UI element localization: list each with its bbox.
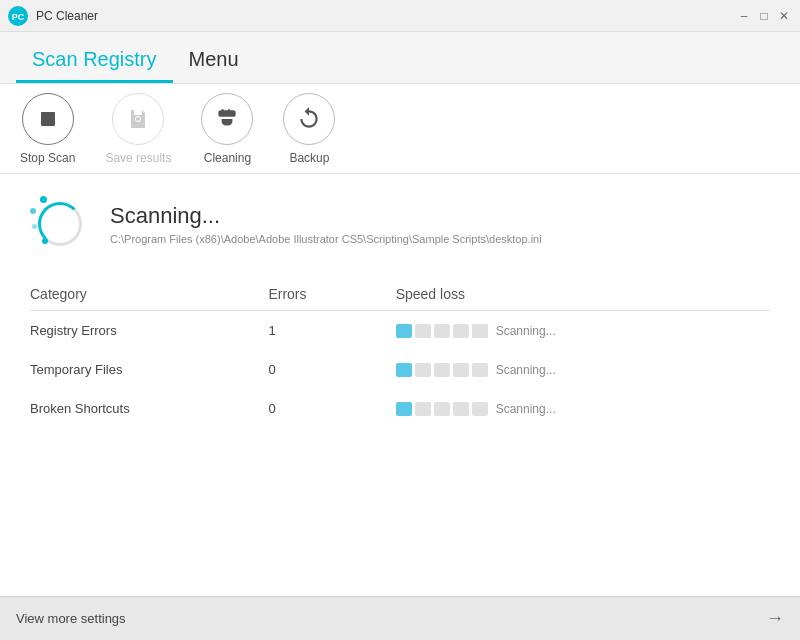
titlebar: PC PC Cleaner – □ ✕ (0, 0, 800, 32)
dot3 (32, 224, 37, 229)
speed-bar: Scanning... (396, 363, 770, 377)
scanning-indicator: Scanning... (496, 402, 556, 416)
table-row: Temporary Files0Scanning... (30, 350, 770, 389)
speed-bar: Scanning... (396, 324, 770, 338)
speed-cell: Scanning... (376, 389, 770, 428)
scanning-text: Scanning... C:\Program Files (x86)\Adobe… (110, 203, 542, 245)
speed-block (415, 363, 431, 377)
scanning-status: Scanning... (110, 203, 542, 229)
speed-blocks (396, 363, 488, 377)
arrow-icon: → (766, 608, 784, 629)
category-cell: Broken Shortcuts (30, 389, 248, 428)
speed-block (434, 324, 450, 338)
table-row: Registry Errors1Scanning... (30, 311, 770, 351)
app-icon: PC (8, 6, 28, 26)
errors-cell: 0 (248, 350, 375, 389)
dot1 (40, 196, 47, 203)
speed-block (472, 363, 488, 377)
speed-block (453, 363, 469, 377)
dot2 (30, 208, 36, 214)
stop-scan-label: Stop Scan (20, 151, 75, 165)
save-results-label: Save results (105, 151, 171, 165)
bottom-bar[interactable]: View more settings → (0, 596, 800, 640)
category-cell: Temporary Files (30, 350, 248, 389)
cleaning-label: Cleaning (204, 151, 251, 165)
errors-cell: 0 (248, 389, 375, 428)
speed-block (434, 402, 450, 416)
speed-block (453, 402, 469, 416)
scanning-file: C:\Program Files (x86)\Adobe\Adobe Illus… (110, 233, 542, 245)
table-row: Broken Shortcuts0Scanning... (30, 389, 770, 428)
speed-block (434, 363, 450, 377)
stop-scan-button[interactable]: Stop Scan (20, 93, 75, 165)
errors-cell: 1 (248, 311, 375, 351)
content-area: Scanning... C:\Program Files (x86)\Adobe… (0, 174, 800, 596)
backup-button[interactable]: Backup (283, 93, 335, 165)
app-title: PC Cleaner (36, 9, 736, 23)
window-controls: – □ ✕ (736, 8, 792, 24)
speed-blocks (396, 324, 488, 338)
speed-block (472, 402, 488, 416)
scanning-section: Scanning... C:\Program Files (x86)\Adobe… (30, 194, 770, 254)
speed-cell: Scanning... (376, 350, 770, 389)
col-category: Category (30, 278, 248, 311)
speed-bar: Scanning... (396, 402, 770, 416)
col-speed-loss: Speed loss (376, 278, 770, 311)
speed-blocks (396, 402, 488, 416)
minimize-button[interactable]: – (736, 8, 752, 24)
scanning-indicator: Scanning... (496, 324, 556, 338)
broom-icon (201, 93, 253, 145)
col-errors: Errors (248, 278, 375, 311)
stop-icon (22, 93, 74, 145)
backup-icon (283, 93, 335, 145)
maximize-button[interactable]: □ (756, 8, 772, 24)
speed-cell: Scanning... (376, 311, 770, 351)
table-header-row: Category Errors Speed loss (30, 278, 770, 311)
spinner (30, 194, 90, 254)
view-more-label: View more settings (16, 611, 126, 626)
speed-block (415, 324, 431, 338)
cleaning-button[interactable]: Cleaning (201, 93, 253, 165)
speed-block (396, 363, 412, 377)
svg-text:PC: PC (12, 12, 25, 22)
backup-label: Backup (289, 151, 329, 165)
speed-block (396, 324, 412, 338)
category-cell: Registry Errors (30, 311, 248, 351)
dot4 (42, 238, 48, 244)
toolbar: Stop Scan Save results Cleaning Backup (0, 84, 800, 174)
speed-block (415, 402, 431, 416)
save-icon (112, 93, 164, 145)
save-results-button[interactable]: Save results (105, 93, 171, 165)
speed-block (453, 324, 469, 338)
speed-block (396, 402, 412, 416)
tab-scan-registry[interactable]: Scan Registry (16, 40, 173, 83)
speed-block (472, 324, 488, 338)
scan-table: Category Errors Speed loss Registry Erro… (30, 278, 770, 428)
navbar: Scan Registry Menu (0, 32, 800, 84)
scanning-indicator: Scanning... (496, 363, 556, 377)
svg-rect-2 (41, 112, 55, 126)
tab-menu[interactable]: Menu (173, 40, 255, 83)
close-button[interactable]: ✕ (776, 8, 792, 24)
